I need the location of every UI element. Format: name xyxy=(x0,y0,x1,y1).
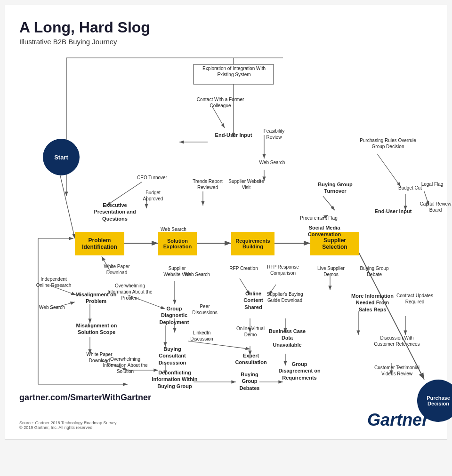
feasibility-review-label: Feasibility Review xyxy=(257,128,291,140)
procurement-flag-label: Procurement Flag xyxy=(300,215,338,221)
rfp-creation-label: RFP Creation xyxy=(228,265,259,271)
purchasing-rules-label: Purchasing Rules Overrule Group Decision xyxy=(357,137,419,150)
phase1-label: Problem Identification xyxy=(82,237,117,250)
phase2-box: Solution Exploration xyxy=(158,232,197,255)
end-user-input1-label: End-User Input xyxy=(215,132,252,138)
web-search-mid-label: Web Search xyxy=(258,159,286,166)
footer-copyright: © 2019 Gartner, Inc. All rights reserved… xyxy=(19,425,116,430)
expert-consultation-label: Expert Consultation xyxy=(232,352,270,366)
contact-colleague-label: Contact With a Former Colleague xyxy=(194,96,246,109)
phase4-label: Supplier Selection xyxy=(322,237,347,250)
suppliers-buying-guide-label: Supplier's Buying Guide Download xyxy=(264,291,306,303)
exploration-integration-label: Exploration of Integration With Existing… xyxy=(194,65,274,78)
diagram: Start Purchase Decision Problem Identifi… xyxy=(19,55,434,384)
more-info-needed-label: More Information Needed From Sales Reps xyxy=(349,293,396,313)
deconflicting-label: Deconflicting Information Within Buying … xyxy=(151,369,198,389)
buying-group-debate2-label: Buying Group Debate xyxy=(357,265,391,278)
buying-group-debates-label: Buying Group Debates xyxy=(234,371,266,391)
live-supplier-demos-label: Live Supplier Demos xyxy=(312,265,350,278)
misalignment-problem-label: Misalignment on Problem xyxy=(75,291,117,305)
trends-report-label: Trends Report Reviewed xyxy=(186,178,229,190)
phase2-label: Solution Exploration xyxy=(163,238,192,249)
buying-consultant-label: Buying Consultant Discussion xyxy=(151,346,194,366)
legal-flag-label: Legal Flag xyxy=(419,181,446,187)
subtitle: Illustrative B2B Buying Journey xyxy=(19,38,433,46)
svg-line-31 xyxy=(188,341,250,349)
svg-line-9 xyxy=(212,107,225,128)
svg-line-42 xyxy=(323,196,335,210)
discussion-customer-label: Discussion With Customer References xyxy=(373,335,420,347)
phase1-box: Problem Identification xyxy=(75,232,124,255)
footer-bottom: Source: Gartner 2018 Technology Roadmap … xyxy=(19,410,433,430)
overwhelming-solution-label: Overwhelming Information About the Solut… xyxy=(102,356,149,374)
end-user-input2-label: End-User Input xyxy=(374,208,412,214)
contract-updates-label: Contract Updates Required xyxy=(396,293,434,305)
linkedin-discussion-label: LinkedIn Discussion xyxy=(184,330,219,342)
start-node: Start xyxy=(43,139,80,175)
social-media-label: Social Media Conversation xyxy=(300,224,349,238)
page-title: A Long, Hard Slog xyxy=(19,19,433,36)
footer-url: gartner.com/SmarterWithGartner xyxy=(19,393,433,403)
misalignment-solution-label: Misalignment on Solution Scope xyxy=(75,322,118,336)
customer-testimonial-label: Customer Testimonial Videos Review xyxy=(373,365,420,377)
start-label: Start xyxy=(54,154,68,161)
footer-source-block: Source: Gartner 2018 Technology Roadmap … xyxy=(19,420,116,430)
footer-source: Source: Gartner 2018 Technology Roadmap … xyxy=(19,420,116,425)
independent-online-label: Independent Online Research xyxy=(34,276,73,288)
phase3-box: Requirements Building xyxy=(231,232,274,255)
supplier-website2-label: Supplier Website Visit xyxy=(228,178,264,190)
purchase-label: Purchase Decision xyxy=(427,395,450,406)
buying-group-turnover-label: Buying Group Turnover xyxy=(309,181,361,195)
phase3-label: Requirements Building xyxy=(235,238,270,249)
peer-discussions-label: Peer Discussions xyxy=(188,303,222,316)
web-search3-label: Web Search xyxy=(184,271,210,278)
exec-presentation-label: Executive Presentation and Questions xyxy=(89,202,141,222)
ceo-turnover-label: CEO Turnover xyxy=(135,175,169,181)
web-search2-label: Web Search xyxy=(39,304,65,310)
white-paper-down1-label: White Paper Download xyxy=(96,263,138,276)
rfp-response-label: RFP Response Comparison xyxy=(264,264,302,276)
web-search1-label: Web Search xyxy=(161,226,186,232)
capital-review-label: Capital Review Board xyxy=(419,201,452,213)
group-disagreement-label: Group Disagreement on Requirements xyxy=(276,361,323,381)
business-case-label: Business Case Data Unavailable xyxy=(266,328,308,348)
online-virtual-demo-label: Online Virtual Demo xyxy=(231,325,270,338)
svg-line-47 xyxy=(377,154,401,187)
budget-approved-label: Budget Approved xyxy=(136,190,170,202)
